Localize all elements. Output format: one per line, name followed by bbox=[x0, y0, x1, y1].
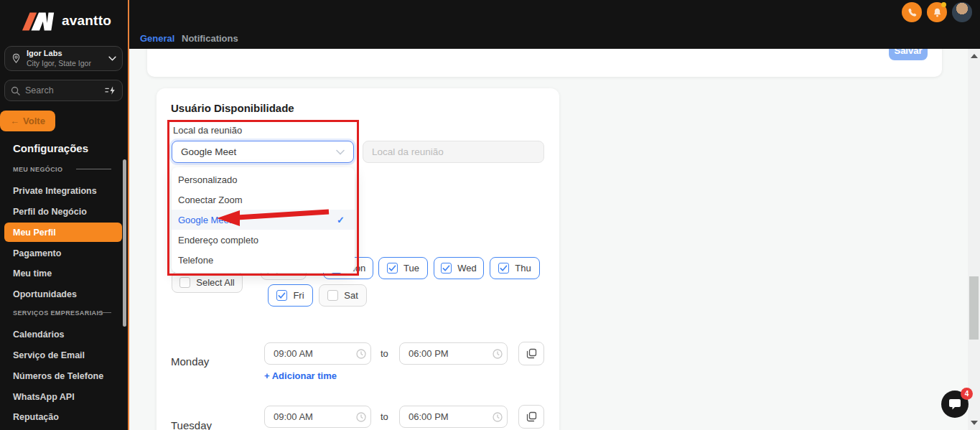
dropdown-option-conectar-zoom[interactable]: Conectar Zoom ✓ bbox=[172, 190, 355, 210]
dropdown-option-telefone[interactable]: Telefone ✓ bbox=[172, 250, 355, 270]
tab-notifications[interactable]: Notifications bbox=[182, 33, 238, 44]
day-label: Thu bbox=[515, 263, 531, 274]
day-toggle-sat[interactable]: Sat bbox=[319, 284, 367, 307]
sidebar-divider bbox=[128, 0, 129, 430]
meeting-location-dropdown: Personalizado ✓ Conectar Zoom ✓ Google M… bbox=[172, 167, 355, 273]
sidebar-item-whatsapp-api[interactable]: WhatsApp API bbox=[13, 392, 75, 402]
quick-search-bolt-icon[interactable] bbox=[105, 85, 116, 95]
phone-action-button[interactable] bbox=[902, 2, 922, 22]
location-pin-icon bbox=[11, 53, 22, 64]
settings-title: Configurações bbox=[13, 142, 88, 154]
day-toggle-thu[interactable]: Thu bbox=[490, 257, 540, 279]
availability-card: Usuário Disponibilidade Local da reunião… bbox=[157, 88, 559, 430]
to-label: to bbox=[381, 411, 388, 422]
checkbox-icon bbox=[179, 277, 190, 288]
to-label: to bbox=[381, 348, 388, 359]
monday-start-time-input[interactable] bbox=[264, 342, 371, 365]
checkbox-icon bbox=[327, 290, 338, 301]
meeting-location-label: Local da reunião bbox=[173, 125, 242, 136]
search-icon bbox=[11, 86, 20, 95]
schedule-day-label: Tuesday bbox=[171, 419, 212, 430]
scroll-down-icon[interactable] bbox=[971, 421, 978, 425]
sidebar-search bbox=[4, 80, 123, 101]
brand-name: avantto bbox=[62, 13, 111, 29]
brand-logo: avantto bbox=[22, 9, 111, 33]
select-all-label: Select All bbox=[196, 277, 234, 288]
back-button[interactable]: ← Volte bbox=[0, 111, 55, 131]
day-toggle-tue[interactable]: Tue bbox=[378, 257, 428, 279]
sidebar-item-calendarios[interactable]: Calendários bbox=[13, 329, 65, 340]
copy-icon bbox=[526, 348, 537, 359]
chat-unread-badge: 4 bbox=[961, 388, 973, 400]
tab-general[interactable]: General bbox=[140, 33, 174, 44]
scroll-up-icon[interactable] bbox=[971, 54, 978, 58]
chat-bubble-icon bbox=[948, 398, 961, 411]
sidebar-item-oportunidades[interactable]: Oportunidades bbox=[13, 289, 77, 299]
section-servicos-empresariais: SERVIÇOS EMPRESARIAIS bbox=[13, 309, 103, 317]
page-scrollbar[interactable] bbox=[968, 49, 980, 430]
bell-icon bbox=[932, 7, 943, 18]
checkbox-icon bbox=[498, 263, 509, 274]
tuesday-start-time-input[interactable] bbox=[264, 406, 371, 428]
meeting-location-input bbox=[363, 141, 544, 163]
phone-icon bbox=[907, 7, 918, 18]
dropdown-option-personalizado[interactable]: Personalizado ✓ bbox=[172, 169, 355, 190]
availability-title: Usuário Disponibilidade bbox=[171, 102, 294, 114]
option-label: Google Meet bbox=[178, 215, 231, 225]
day-toggle-wed[interactable]: Wed bbox=[434, 257, 484, 279]
location-subtitle: City Igor, State Igor bbox=[27, 59, 103, 68]
app-root: Salvar Usuário Disponibilidade Local da … bbox=[0, 0, 980, 430]
option-label: Personalizado bbox=[178, 174, 237, 185]
option-label: Endereço completo bbox=[178, 235, 258, 246]
day-label: Sat bbox=[344, 290, 358, 301]
day-label: Fri bbox=[293, 290, 304, 301]
day-label: Tue bbox=[403, 263, 419, 274]
sidebar-item-private-integrations[interactable]: Private Integrations bbox=[13, 186, 97, 196]
checkbox-icon bbox=[441, 263, 452, 274]
tuesday-copy-button[interactable] bbox=[518, 405, 544, 429]
monday-end-time-input[interactable] bbox=[399, 342, 508, 365]
section-label: SERVIÇOS EMPRESARIAIS bbox=[13, 309, 103, 317]
sidebar-item-meu-time[interactable]: Meu time bbox=[13, 268, 52, 279]
sidebar-item-numeros-de-telefone[interactable]: Números de Telefone bbox=[13, 371, 103, 381]
sidebar: avantto Igor Labs City Igor, State Igor … bbox=[0, 0, 128, 430]
tuesday-end-time-input[interactable] bbox=[399, 406, 508, 428]
sidebar-item-meu-perfil[interactable]: Meu Perfil bbox=[4, 223, 122, 242]
select-all-days-button[interactable]: Select All bbox=[172, 271, 243, 293]
back-button-label: Volte bbox=[23, 116, 45, 126]
sidebar-scrollbar-thumb[interactable] bbox=[123, 159, 126, 327]
day-toggle-fri[interactable]: Fri bbox=[268, 284, 313, 307]
location-selector[interactable]: Igor Labs City Igor, State Igor bbox=[4, 46, 123, 71]
checkbox-icon bbox=[276, 290, 287, 301]
monday-copy-button[interactable] bbox=[518, 342, 544, 365]
section-label: MEU NEGÓCIO bbox=[13, 166, 62, 173]
section-meu-negocio: MEU NEGÓCIO bbox=[13, 166, 62, 173]
avantto-logo-icon bbox=[22, 9, 57, 33]
selected-option-text: Google Meet bbox=[181, 146, 336, 157]
chevron-down-icon bbox=[108, 56, 116, 61]
top-header: General Notifications bbox=[129, 0, 980, 49]
meeting-location-select[interactable]: Google Meet bbox=[172, 141, 354, 163]
day-label: Wed bbox=[457, 263, 477, 274]
dropdown-option-endereco-completo[interactable]: Endereço completo ✓ bbox=[172, 230, 355, 250]
copy-icon bbox=[526, 411, 537, 422]
check-icon: ✓ bbox=[337, 215, 345, 225]
sidebar-item-reputacao[interactable]: Reputação bbox=[13, 412, 59, 422]
dropdown-option-google-meet[interactable]: Google Meet ✓ bbox=[172, 210, 355, 230]
sidebar-item-pagamento[interactable]: Pagamento bbox=[13, 248, 61, 258]
back-arrow-icon: ← bbox=[10, 116, 19, 126]
chevron-down-icon bbox=[336, 149, 345, 155]
sidebar-item-perfil-do-negocio[interactable]: Perfil do Negócio bbox=[13, 207, 87, 217]
user-avatar[interactable] bbox=[952, 2, 972, 22]
option-label: Telefone bbox=[178, 255, 213, 266]
search-input[interactable] bbox=[25, 85, 100, 95]
monday-add-time-link[interactable]: + Adicionar time bbox=[264, 370, 337, 381]
section-divider bbox=[76, 169, 111, 169]
sidebar-item-servico-de-email[interactable]: Serviço de Email bbox=[13, 350, 85, 360]
notification-dot bbox=[941, 2, 946, 7]
location-name: Igor Labs bbox=[27, 49, 103, 59]
notifications-button[interactable] bbox=[927, 2, 947, 22]
schedule-day-label: Monday bbox=[171, 355, 209, 368]
page-scrollbar-thumb[interactable] bbox=[969, 276, 979, 340]
section-divider bbox=[98, 312, 111, 313]
